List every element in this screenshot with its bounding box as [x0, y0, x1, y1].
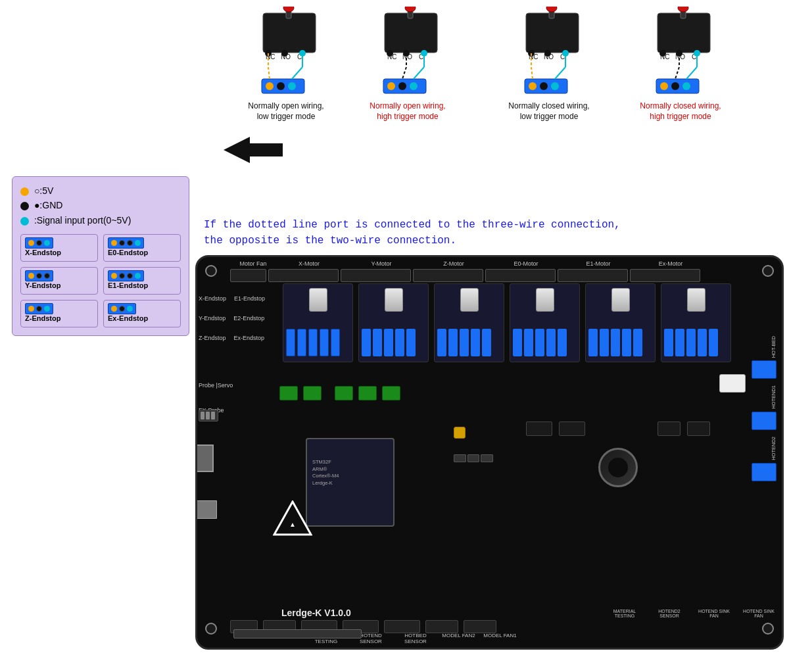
conn-modelfan1: [464, 620, 496, 633]
pcb-board-wrap: Motor Fan X-Motor Y-Motor Z-Motor E0-Mot…: [195, 255, 784, 650]
svg-point-11: [277, 82, 285, 90]
connector-e0motor: [485, 269, 556, 282]
hotend1-terminal-group: HOTEND1: [752, 385, 777, 430]
fx-pin1: [201, 412, 204, 420]
endstop-grid: X-Endstop E0-Endstop Y-Endstop: [20, 234, 181, 327]
blue-terminals-e1: [588, 329, 642, 356]
usb-port: [195, 444, 214, 472]
term-e1-1: [588, 329, 598, 356]
pcb-board: Motor Fan X-Motor Y-Motor Z-Motor E0-Mot…: [195, 255, 784, 650]
endstop-cell-y: Y-Endstop: [20, 267, 98, 295]
ex-endstop-connector: [108, 303, 136, 314]
term-ex-4: [698, 329, 707, 356]
bottom-modelfan2-label: MODEL FAN2: [441, 633, 477, 644]
res2: [467, 454, 480, 462]
term-x3: [308, 329, 318, 356]
e0-endstop-label: E0-Endstop: [108, 249, 148, 256]
term-ex-2: [675, 329, 684, 356]
stepper-e0: [510, 283, 580, 362]
term-e1-5: [633, 329, 642, 356]
mount-hole-tr: [762, 265, 774, 277]
endstop-cell-z: Z-Endstop: [20, 300, 98, 327]
probe-servo-label: Probe |Servo: [199, 382, 233, 389]
cap-e1: [611, 288, 630, 312]
term-x1: [286, 329, 295, 356]
connector-e1motor: [558, 269, 628, 282]
svg-line-67: [686, 67, 697, 79]
motor-label-ex: Ex-Motor: [634, 260, 707, 267]
bottom-hotbed-sensor-label: HOTBED SENSOR: [396, 633, 435, 644]
bottom-modelfan1-label: MODEL FAN1: [482, 633, 518, 644]
hotbed-terminal-group: HOT-BED: [752, 336, 777, 379]
e1-endstop-connector: [108, 270, 144, 281]
hotend1-label: HOTEND1: [771, 385, 777, 409]
svg-rect-0: [263, 13, 316, 53]
term-z1: [437, 329, 446, 356]
hotbed-label: HOT-BED: [771, 336, 777, 358]
blue-terminals-ex: [664, 329, 718, 356]
svg-text:Normally open wiring,: Normally open wiring,: [248, 101, 323, 110]
endstop-label-x-pcb: X-Endstop: [199, 295, 226, 302]
z-endstop-label: Z-Endstop: [25, 314, 60, 322]
term-ex-3: [686, 329, 696, 356]
term-z5: [482, 329, 491, 356]
svg-line-48: [531, 67, 533, 79]
endstop-row3: Z-Endstop Ex-Endstop: [197, 335, 264, 341]
term-e0-4: [546, 329, 556, 356]
connector-exmotor: [630, 269, 700, 282]
svg-text:high trigger mode: high trigger mode: [650, 112, 711, 121]
gnd-label: ●:GND: [34, 200, 62, 210]
power-connector-white: [719, 374, 746, 393]
hotend2-terminal-group: HOTEND2: [752, 437, 777, 481]
svg-point-57: [659, 50, 666, 57]
ic-chip-1: [526, 421, 552, 436]
res3: [481, 454, 493, 462]
cap-x: [309, 288, 327, 312]
svg-point-10: [266, 82, 274, 90]
svg-line-65: [675, 67, 679, 79]
cpu-chip: STM32FARM®Cortex®-M4Lerdge-K: [306, 438, 394, 527]
term-e1-3: [611, 329, 620, 356]
term-y3: [384, 329, 393, 356]
instruction-line2: the opposite is the two-wire connection.: [204, 233, 621, 249]
connector-extra3: [382, 386, 400, 400]
svg-point-53: [678, 7, 688, 12]
x-endstop-connector: [25, 237, 53, 249]
mount-hole-br: [762, 623, 774, 635]
x-endstop-label: X-Endstop: [25, 249, 61, 256]
svg-point-23: [387, 50, 393, 57]
svg-point-63: [682, 82, 690, 90]
svg-line-50: [555, 67, 565, 79]
e0-endstop-connector: [108, 237, 144, 249]
conn-hotbed-sensor: [384, 620, 420, 633]
hotbed-terminal: [752, 360, 777, 379]
endstop-cell-ex: Ex-Endstop: [103, 300, 181, 327]
ic-chip-2: [559, 421, 585, 436]
ex-endstop-label: Ex-Endstop: [108, 314, 148, 322]
endstop-label-ex-pcb: Ex-Endstop: [234, 335, 265, 341]
ic-chip-4: [687, 421, 710, 436]
ic-chip-3: [658, 421, 681, 436]
hotend2-label: HOTEND2: [771, 437, 777, 460]
v5-label: ○:5V: [34, 185, 53, 196]
term-z4: [471, 329, 480, 356]
cap-ex: [687, 288, 705, 312]
svg-line-33: [414, 67, 424, 79]
svg-point-2: [283, 7, 294, 12]
inductor-inner: [608, 458, 628, 477]
fx-probe-connector-row: [199, 410, 218, 421]
board-title-label: Lerdge-K V1.0.0: [281, 608, 351, 618]
term-e0-3: [535, 329, 544, 356]
stepper-x: [283, 283, 353, 362]
conn-modelfan2: [425, 620, 458, 633]
signal-label: :Signal input port(0~5V): [34, 215, 131, 226]
svg-point-29: [410, 82, 418, 90]
blue-terminals-e0: [513, 329, 567, 356]
y-endstop-connector: [25, 270, 53, 281]
svg-rect-34: [526, 13, 579, 53]
svg-text:Normally closed wiring,: Normally closed wiring,: [508, 101, 589, 110]
svg-line-14: [268, 67, 270, 79]
inductor-coil: [598, 448, 638, 487]
instruction-line1: If the dotted line port is connected to …: [204, 217, 621, 233]
stepper-e1: [585, 283, 656, 362]
